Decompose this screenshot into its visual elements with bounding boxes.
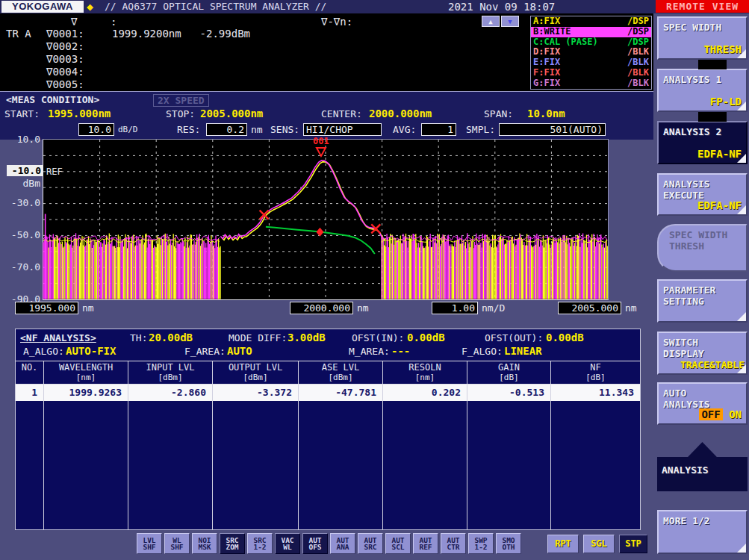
toolbar-button-noi-msk[interactable]: NOIMSK	[192, 533, 217, 554]
softkey-analysis-home: ANALYSIS	[657, 442, 748, 491]
table-row[interactable]: 11999.9263-2.860-3.372-47.7810.202-0.513…	[16, 385, 640, 401]
toolbar-button-aut-src[interactable]: AUTSRC	[358, 533, 383, 554]
toolbar-button-src-zom[interactable]: SRCZOM	[220, 533, 245, 554]
table-cell: 11.343	[551, 385, 640, 401]
table-cell: -0.513	[467, 385, 551, 401]
softkey-switch-display[interactable]: SWITCHDISPLAYTRACE&TABLE	[657, 332, 748, 375]
softkey-analysis-execute[interactable]: ANALYSISEXECUTEEDFA-NF	[657, 173, 748, 216]
page-title: // AQ6377 OPTICAL SPECTRUM ANALYZER //	[105, 0, 326, 13]
start-value: 1995.000nm	[48, 108, 111, 119]
table-empty-row	[16, 467, 640, 483]
marker-up-button[interactable]: ▲	[482, 16, 500, 27]
softkey-parameter-setting[interactable]: PARAMETERSETTING	[657, 279, 748, 323]
svg-text:001: 001	[313, 136, 329, 146]
table-cell: 0.202	[383, 385, 467, 401]
softkey-analysis-2[interactable]: ANALYSIS 2EDFA-NF	[657, 121, 748, 164]
toolbar-button-vac-wl[interactable]: VACWL	[275, 533, 300, 554]
y-label-30: -30.0	[6, 197, 40, 208]
avg-label: AVG:	[393, 124, 416, 135]
softkey-connector	[698, 112, 727, 122]
trace-name: A:FIX	[533, 16, 560, 27]
toolbar-button-wl-shf[interactable]: WLSHF	[164, 533, 190, 554]
a-algo-value: AUTO-FIX	[66, 345, 116, 357]
softkey-value: EDFA-NF	[697, 199, 742, 211]
toolbar-button-src-1-2[interactable]: SRC1-2	[247, 533, 273, 554]
table-header-cell: NO.	[16, 361, 44, 384]
table-empty-row	[16, 450, 640, 467]
marker-down-button[interactable]: ▼	[501, 16, 519, 27]
toolbar-button-aut-scl[interactable]: AUTSCL	[385, 533, 411, 554]
toolbar-button-lvl-shf[interactable]: LVLSHF	[137, 533, 162, 554]
sweep-button-stp[interactable]: STP	[619, 535, 647, 553]
trace-row-e[interactable]: E:FIX/BLK	[531, 57, 651, 68]
trace-name: G:FIX	[533, 78, 560, 89]
m-area-label: M_AREA:	[349, 346, 390, 357]
table-empty-row	[16, 434, 640, 450]
table-header-cell: WAVELENGTH[nm]	[44, 361, 128, 384]
table-empty-row	[16, 417, 640, 434]
trace-row-g[interactable]: G:FIX/BLK	[531, 78, 651, 89]
toolbar-button-aut-ofs[interactable]: AUTOFS	[302, 533, 328, 554]
start-label: START:	[4, 108, 40, 119]
trace-row-b[interactable]: B:WRITE/DSP	[531, 27, 651, 37]
spectrum-plot[interactable]: REF001	[43, 139, 609, 300]
toolbar-button-smo-oth[interactable]: SMOOTH	[496, 533, 521, 554]
svg-text:REF: REF	[46, 167, 63, 177]
toolbar-button-aut-ref[interactable]: AUTREF	[413, 533, 438, 554]
marker-row-id: ∇0001:	[46, 28, 84, 40]
toolbar-button-swp-1-2[interactable]: SWP1-2	[468, 533, 494, 554]
marker-row-id: ∇0002:	[46, 40, 84, 52]
marker-row-id: ∇0004:	[46, 66, 84, 78]
function-toolbar: LVLSHFWLSHFNOIMSKSRCZOMSRC1-2VACWLAUTOFS…	[137, 533, 521, 554]
table-empty-row	[16, 401, 640, 417]
th-value: 20.00dB	[149, 332, 193, 343]
smpl-label: SMPL:	[466, 124, 495, 135]
y-label-70: -70.0	[6, 261, 40, 273]
table-header-row: NO.WAVELENGTH[nm]INPUT LVL[dBm]OUTPUT LV…	[16, 361, 640, 385]
trace-row-f[interactable]: F:FIX/BLK	[531, 68, 651, 78]
trace-row-d[interactable]: D:FIX/BLK	[531, 47, 651, 57]
nf-title: <NF ANALYSIS>	[20, 332, 96, 343]
nf-results-table: NO.WAVELENGTH[nm]INPUT LVL[dBm]OUTPUT LV…	[16, 361, 640, 530]
meas-condition-title: <MEAS CONDITION>	[6, 94, 99, 105]
x-scale-unit: nm/D	[482, 302, 505, 314]
trace-row-a[interactable]: A:FIX/DSP	[531, 16, 651, 27]
yokogawa-logo: YOKOGAWA	[1, 1, 84, 13]
softkey-label: SPEC WIDTH	[669, 229, 742, 240]
m-area-value: ---	[391, 345, 410, 357]
toolbar-button-aut-ctr[interactable]: AUTCTR	[441, 533, 466, 554]
trace-mode: /DSP	[627, 16, 649, 27]
active-trace-label: TR A	[6, 28, 31, 40]
trace-name: E:FIX	[533, 57, 560, 68]
softkey-auto-analysis[interactable]: AUTOANALYSISOFF ON	[657, 382, 748, 425]
table-header-cell: GAIN[dB]	[467, 361, 551, 384]
sweep-button-sgl[interactable]: SGL	[583, 535, 615, 553]
avg-value-box: 1	[421, 123, 456, 136]
softkey-value: OFF ON	[699, 408, 742, 420]
off-state: OFF	[699, 408, 722, 420]
span-label: SPAN:	[484, 108, 513, 119]
softkey-analysis-1[interactable]: ANALYSIS 1FP-LD	[657, 69, 748, 112]
osa-screen: YOKOGAWA ◆ // AQ6377 OPTICAL SPECTRUM AN…	[0, 0, 749, 560]
softkey-more[interactable]: MORE 1/2	[657, 510, 748, 554]
ref-level-box: -10.0	[7, 165, 43, 176]
level-scale-unit: dB/D	[118, 125, 138, 134]
softkey-spec-width[interactable]: SPEC WIDTHTHRESH	[657, 16, 748, 60]
sweep-button-rpt[interactable]: RPT	[547, 535, 579, 553]
th-label: TH:	[130, 332, 147, 343]
y-label-50: -50.0	[6, 229, 40, 240]
trace-name: C:CAL (PASE)	[533, 37, 598, 48]
toolbar-button-aut-ana[interactable]: AUTANA	[330, 533, 355, 554]
table-cell: -3.372	[213, 385, 299, 401]
center-value: 2000.000nm	[369, 108, 432, 119]
softkey-label: ANALYSIS 1	[663, 74, 742, 85]
trace-status-box: A:FIX/DSPB:WRITE/DSPC:CAL (PASE)/DSPD:FI…	[530, 16, 652, 90]
trace-row-c[interactable]: C:CAL (PASE)/DSP	[531, 37, 651, 48]
softkey-value: THRESH	[703, 43, 742, 55]
mode-diff-label: MODE DIFF:	[229, 332, 287, 343]
mode-diff-value: 3.00dB	[288, 332, 326, 343]
ofst-in-label: OFST(IN):	[352, 332, 404, 343]
level-scale-box: 10.0	[78, 123, 114, 136]
trace-mode: /BLK	[627, 68, 649, 78]
table-empty-row	[16, 516, 640, 530]
